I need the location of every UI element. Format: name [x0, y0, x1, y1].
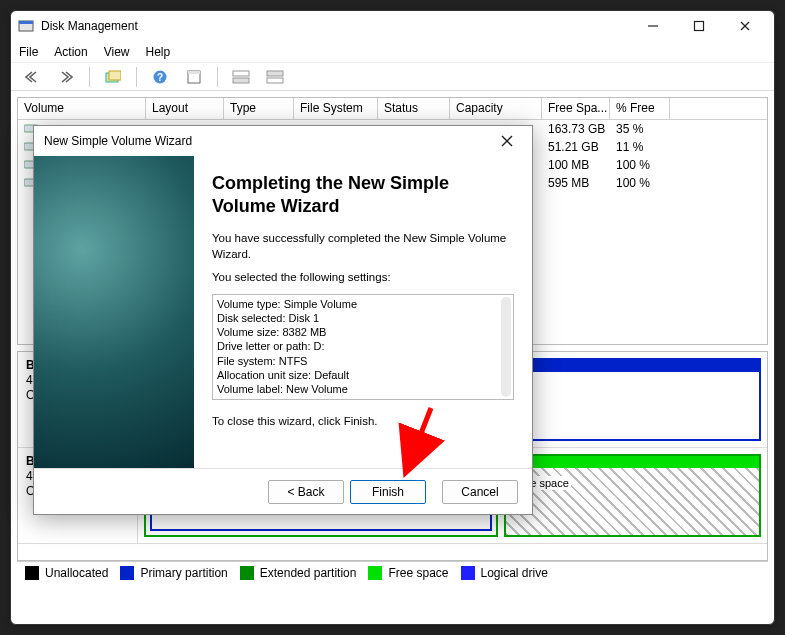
close-button[interactable] — [722, 12, 768, 40]
new-simple-volume-wizard: New Simple Volume Wizard Completing the … — [33, 125, 533, 515]
minimize-button[interactable] — [630, 12, 676, 40]
toolbar-separator — [217, 67, 218, 87]
view-bottom-icon[interactable] — [260, 65, 290, 89]
back-button[interactable]: < Back — [268, 480, 344, 504]
legend-swatch-primary — [120, 566, 134, 580]
titlebar[interactable]: Disk Management — [11, 11, 774, 41]
cancel-button[interactable]: Cancel — [442, 480, 518, 504]
view-top-icon[interactable] — [226, 65, 256, 89]
maximize-button[interactable] — [676, 12, 722, 40]
svg-rect-12 — [233, 71, 249, 76]
svg-rect-11 — [188, 71, 200, 74]
col-free[interactable]: Free Spa... — [542, 98, 610, 119]
wizard-settings-intro: You selected the following settings: — [212, 270, 514, 286]
menu-view[interactable]: View — [104, 45, 130, 59]
setting-row: Volume label: New Volume — [217, 382, 509, 396]
legend-extended: Extended partition — [260, 566, 357, 580]
svg-text:?: ? — [157, 72, 163, 83]
svg-rect-3 — [695, 22, 704, 31]
setting-row: Quick format: Yes — [217, 397, 509, 400]
col-layout[interactable]: Layout — [146, 98, 224, 119]
finish-button[interactable]: Finish — [350, 480, 426, 504]
svg-rect-7 — [109, 71, 121, 80]
setting-row: Volume size: 8382 MB — [217, 325, 509, 339]
col-filesystem[interactable]: File System — [294, 98, 378, 119]
wizard-success-text: You have successfully completed the New … — [212, 231, 514, 262]
wizard-closing-text: To close this wizard, click Finish. — [212, 414, 514, 430]
legend-swatch-extended — [240, 566, 254, 580]
wizard-title: New Simple Volume Wizard — [44, 134, 192, 148]
svg-rect-13 — [233, 78, 249, 83]
menu-help[interactable]: Help — [146, 45, 171, 59]
col-capacity[interactable]: Capacity — [450, 98, 542, 119]
col-pctfree[interactable]: % Free — [610, 98, 670, 119]
properties-icon[interactable] — [179, 65, 209, 89]
wizard-heading: Completing the New Simple Volume Wizard — [212, 172, 514, 217]
toolbar-separator — [136, 67, 137, 87]
legend-free: Free space — [388, 566, 448, 580]
legend-unallocated: Unallocated — [45, 566, 108, 580]
svg-rect-14 — [267, 71, 283, 76]
setting-row: Disk selected: Disk 1 — [217, 311, 509, 325]
back-icon[interactable] — [17, 65, 47, 89]
wizard-settings-list[interactable]: Volume type: Simple Volume Disk selected… — [212, 294, 514, 400]
wizard-close-button[interactable] — [492, 127, 522, 155]
legend-swatch-unallocated — [25, 566, 39, 580]
svg-rect-1 — [19, 21, 33, 24]
scrollbar[interactable] — [501, 297, 511, 397]
legend-primary: Primary partition — [140, 566, 227, 580]
toolbar: ? — [11, 63, 774, 91]
svg-rect-15 — [267, 78, 283, 83]
wizard-sidebar-image — [34, 156, 194, 468]
wizard-content: Completing the New Simple Volume Wizard … — [194, 156, 532, 468]
close-icon — [501, 135, 513, 147]
legend: Unallocated Primary partition Extended p… — [17, 561, 768, 583]
setting-row: Drive letter or path: D: — [217, 339, 509, 353]
help-icon[interactable]: ? — [145, 65, 175, 89]
setting-row: Volume type: Simple Volume — [217, 297, 509, 311]
window-title: Disk Management — [41, 19, 630, 33]
col-type[interactable]: Type — [224, 98, 294, 119]
volume-list-header: Volume Layout Type File System Status Ca… — [18, 98, 767, 120]
legend-swatch-logical — [461, 566, 475, 580]
legend-logical: Logical drive — [481, 566, 548, 580]
forward-icon[interactable] — [51, 65, 81, 89]
menu-file[interactable]: File — [19, 45, 38, 59]
partition-freespace[interactable]: Free space — [504, 454, 761, 537]
disk-management-icon — [17, 18, 35, 34]
toolbar-separator — [89, 67, 90, 87]
wizard-footer: < Back Finish Cancel — [34, 468, 532, 514]
menubar: File Action View Help — [11, 41, 774, 63]
setting-row: Allocation unit size: Default — [217, 368, 509, 382]
wizard-titlebar[interactable]: New Simple Volume Wizard — [34, 126, 532, 156]
menu-action[interactable]: Action — [54, 45, 87, 59]
legend-swatch-free — [368, 566, 382, 580]
col-status[interactable]: Status — [378, 98, 450, 119]
col-volume[interactable]: Volume — [18, 98, 146, 119]
setting-row: File system: NTFS — [217, 354, 509, 368]
refresh-icon[interactable] — [98, 65, 128, 89]
